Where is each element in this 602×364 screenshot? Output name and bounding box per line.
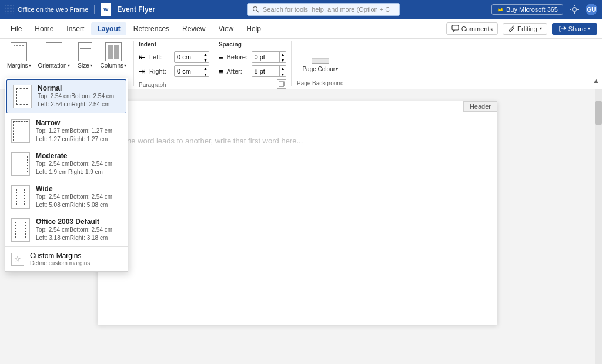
page-colour-icon (312, 44, 329, 64)
spacing-before-input-wrap[interactable]: ▲ ▼ (252, 51, 287, 63)
comments-button[interactable]: Comments (446, 22, 498, 35)
search-placeholder: Search for tools, help, and more (Option… (263, 6, 390, 13)
vertical-scrollbar[interactable] (595, 89, 602, 364)
scrollbar-thumb[interactable] (595, 101, 602, 125)
editing-dropdown-arrow: ▾ (540, 26, 542, 31)
spacing-before-input[interactable] (252, 52, 279, 62)
custom-margins-icon: ☆ (11, 253, 24, 266)
doc-icon: W (101, 3, 111, 16)
page-background-label: Page Background (296, 79, 344, 86)
search-icon (252, 6, 259, 13)
indent-right-row: ⇥ Right: ▲ ▼ (139, 65, 209, 77)
comments-icon (452, 25, 459, 32)
user-avatar[interactable]: GU (586, 4, 597, 15)
indent-right-up[interactable]: ▲ (202, 65, 209, 71)
spacing-before-down[interactable]: ▼ (280, 57, 286, 63)
indent-right-down[interactable]: ▼ (202, 71, 209, 77)
paragraph-dialog-button[interactable] (277, 79, 286, 89)
ribbon-group-paragraph: Indent ⇤ Left: ▲ ▼ ⇥ Right: (134, 41, 292, 86)
title-bar: Office on the web Frame W Event Flyer Se… (0, 0, 602, 19)
paragraph-label: Paragraph (139, 81, 166, 88)
menu-layout[interactable]: Layout (91, 22, 126, 35)
indent-left-label: Left: (149, 54, 172, 61)
menu-bar: File Home Insert Layout References Revie… (0, 19, 602, 39)
indent-group: Indent ⇤ Left: ▲ ▼ ⇥ Right: (139, 41, 209, 77)
ribbon-collapse-button[interactable]: ▲ (590, 75, 602, 86)
buy-ms365-button[interactable]: Buy Microsoft 365 (491, 4, 563, 15)
spacing-before-row: ≡ Before: ▲ ▼ (219, 51, 287, 63)
spacing-after-input[interactable] (252, 66, 279, 76)
editing-button[interactable]: Editing ▾ (503, 23, 547, 35)
margin-wide-item[interactable]: Wide Top: 2.54 cmBottom: 2.54 cmLeft: 5.… (5, 181, 128, 213)
margins-button[interactable]: Margins ▾ (5, 41, 34, 70)
share-button[interactable]: Share ▾ (552, 23, 597, 35)
indent-right-icon: ⇥ (139, 66, 146, 76)
margin-moderate-name: Moderate (36, 152, 122, 160)
spacing-after-icon: ≡ (219, 67, 223, 76)
indent-spacing-content: Indent ⇤ Left: ▲ ▼ ⇥ Right: (139, 41, 286, 79)
spacing-before-icon: ≡ (219, 53, 223, 62)
menu-references[interactable]: References (128, 22, 175, 35)
margin-normal-item[interactable]: Normal Top: 2.54 cmBottom: 2.54 cmLeft: … (6, 79, 126, 113)
svg-point-3 (573, 8, 576, 11)
spacing-after-label: After: (227, 68, 249, 75)
ribbon-group-page-background: Page Colour ▾ Page Background (292, 41, 349, 86)
indent-left-input[interactable] (175, 52, 202, 62)
title-bar-center: Search for tools, help, and more (Option… (155, 3, 491, 16)
title-bar-right: Buy Microsoft 365 GU (491, 4, 597, 15)
pencil-icon (508, 25, 515, 32)
indent-right-spinners: ▲ ▼ (202, 65, 209, 77)
margin-narrow-name: Narrow (36, 119, 122, 127)
size-button[interactable]: Size ▾ (75, 41, 96, 70)
menu-bar-right: Comments Editing ▾ Share ▾ (446, 22, 597, 35)
spacing-after-input-wrap[interactable]: ▲ ▼ (252, 65, 287, 77)
indent-right-label: Right: (149, 68, 172, 75)
menu-review[interactable]: Review (176, 22, 211, 35)
indent-left-input-wrap[interactable]: ▲ ▼ (174, 51, 209, 63)
search-bar[interactable]: Search for tools, help, and more (Option… (247, 3, 400, 16)
margin-office2003-icon (11, 218, 30, 242)
app-name: Office on the web Frame (18, 6, 88, 13)
orientation-icon (46, 42, 62, 61)
header-tag: Header (463, 101, 497, 112)
margin-wide-detail: Top: 2.54 cmBottom: 2.54 cmLeft: 5.08 cm… (36, 193, 122, 209)
spacing-after-spinners: ▲ ▼ (279, 65, 286, 77)
orientation-button[interactable]: Orientation ▾ (36, 41, 72, 70)
share-dropdown-arrow: ▾ (588, 26, 590, 31)
margins-icon (11, 42, 27, 61)
spacing-after-up[interactable]: ▲ (280, 65, 286, 71)
menu-insert[interactable]: Insert (61, 22, 90, 35)
margin-narrow-icon (11, 119, 30, 143)
indent-right-input[interactable] (175, 66, 202, 76)
margin-narrow-item[interactable]: Narrow Top: 1.27 cmBottom: 1.27 cmLeft: … (5, 115, 128, 148)
margin-normal-detail: Top: 2.54 cmBottom: 2.54 cmLeft: 2.54 cm… (38, 92, 120, 109)
margin-moderate-detail: Top: 2.54 cmBottom: 2.54 cmLeft: 1.9 cm … (36, 160, 122, 176)
menu-view[interactable]: View (212, 22, 239, 35)
share-icon (559, 25, 566, 32)
custom-margins-item[interactable]: ☆ Custom Margins Define custom margins (5, 246, 128, 271)
page-colour-button[interactable]: Page Colour ▾ (296, 41, 344, 75)
indent-right-input-wrap[interactable]: ▲ ▼ (174, 65, 209, 77)
columns-button[interactable]: Columns ▾ (98, 41, 129, 70)
document-page: Header One word leads to another, write … (98, 101, 497, 325)
margin-moderate-icon (11, 152, 30, 176)
margin-office2003-item[interactable]: Office 2003 Default Top: 2.54 cmBottom: … (5, 213, 128, 246)
margin-wide-name: Wide (36, 185, 122, 193)
spacing-before-label: Before: (227, 54, 249, 61)
menu-file[interactable]: File (5, 22, 28, 35)
svg-marker-2 (498, 8, 503, 11)
settings-icon[interactable] (569, 4, 580, 15)
custom-margins-sublabel: Define custom margins (30, 260, 90, 266)
menu-help[interactable]: Help (240, 22, 267, 35)
margin-wide-icon (11, 185, 30, 209)
page-placeholder[interactable]: One word leads to another, write that fi… (121, 136, 474, 145)
menu-home[interactable]: Home (29, 22, 59, 35)
columns-icon (105, 42, 122, 61)
custom-margins-label: Custom Margins (30, 252, 90, 260)
indent-left-up[interactable]: ▲ (202, 51, 209, 57)
spacing-after-down[interactable]: ▼ (280, 71, 286, 77)
svg-point-0 (253, 7, 257, 11)
indent-left-down[interactable]: ▼ (202, 57, 209, 63)
margin-moderate-item[interactable]: Moderate Top: 2.54 cmBottom: 2.54 cmLeft… (5, 148, 128, 181)
spacing-before-up[interactable]: ▲ (280, 51, 286, 57)
